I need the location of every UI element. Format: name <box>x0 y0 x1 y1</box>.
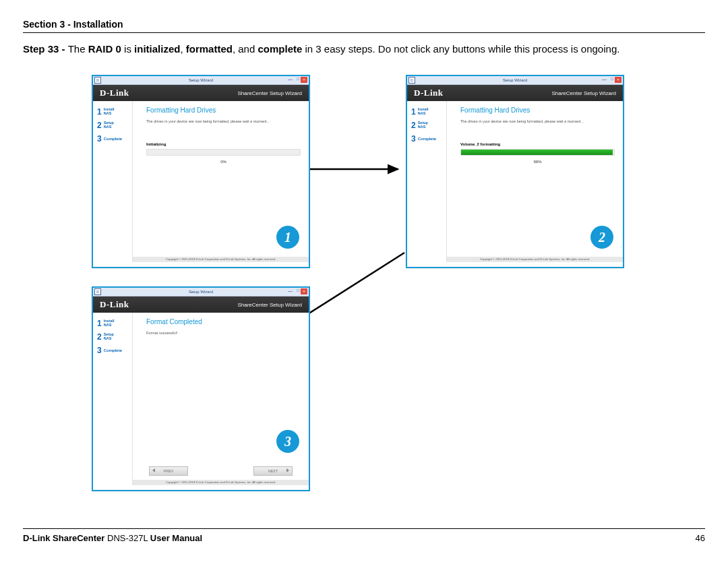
step-bold-4: complete <box>257 43 302 55</box>
panel-subtext: The drives in your device are now being … <box>146 119 301 123</box>
progress-fill <box>461 150 613 155</box>
step-badge: 1 <box>276 226 299 249</box>
dlink-logo: D-Link <box>414 88 443 98</box>
prev-label: PREV <box>164 469 174 473</box>
header-rule <box>23 32 705 33</box>
arrow-right-icon <box>286 468 289 472</box>
step-bold-2: initialized <box>134 43 180 55</box>
step-text-4: , and <box>233 43 258 55</box>
wizard-footer-copyright: Copyright © 2011-2013 D-Link Corporation… <box>447 257 623 262</box>
sidebar-step-2: 2SetupNAS <box>93 330 132 344</box>
footer-rule <box>23 528 705 529</box>
step-num: 1 <box>97 107 102 117</box>
step-label-line1: Complete <box>104 348 122 352</box>
progress-percent: 0% <box>146 160 301 164</box>
sidebar-step-2: 2SetupNAS <box>93 119 132 132</box>
close-icon[interactable]: × <box>301 288 307 294</box>
close-icon[interactable]: × <box>615 77 621 83</box>
step-prefix: Step 33 - <box>23 43 68 55</box>
step-label-line1: Complete <box>104 137 122 141</box>
dlink-logo: D-Link <box>100 88 129 98</box>
brand-bar: D-Link ShareCenter Setup Wizard <box>407 85 623 101</box>
arrow-left-icon <box>152 468 155 472</box>
wizard-title: ShareCenter Setup Wizard <box>237 90 302 96</box>
next-label: NEXT <box>268 469 278 473</box>
step-badge: 2 <box>590 226 613 249</box>
step-num: 1 <box>411 107 416 117</box>
step-label-line2: NAS <box>418 125 428 129</box>
next-button[interactable]: NEXT <box>253 466 293 476</box>
step-num: 3 <box>411 134 416 144</box>
wizard-screenshot-3: D Setup Wizard — □ × D-Link ShareCenter … <box>92 286 310 491</box>
step-instruction: Step 33 - The RAID 0 is initialized, for… <box>23 42 705 56</box>
wizard-title: ShareCenter Setup Wizard <box>237 302 302 308</box>
wizard-footer-copyright: Copyright © 2011-2013 D-Link Corporation… <box>133 257 309 262</box>
step-label-line2: NAS <box>104 125 114 129</box>
progress-percent: 99% <box>460 160 615 164</box>
step-num: 1 <box>97 319 102 328</box>
wizard-footer-copyright: Copyright © 2011-2013 D-Link Corporation… <box>133 480 309 485</box>
step-label-line1: Complete <box>418 137 436 141</box>
maximize-icon[interactable]: □ <box>297 288 299 292</box>
wizard-steps-sidebar: 1InstallNAS 2SetupNAS 3Complete <box>407 101 447 262</box>
wizard-steps-sidebar: 1InstallNAS 2SetupNAS 3Complete <box>93 101 133 262</box>
close-icon[interactable]: × <box>301 77 307 83</box>
step-text-3: , <box>180 43 185 55</box>
window-titlebar: D Setup Wizard — □ × <box>93 76 309 85</box>
status-label: Initializing <box>146 142 301 146</box>
sidebar-step-3: 3Complete <box>93 132 132 146</box>
dlink-logo: D-Link <box>100 299 129 310</box>
step-text-2: is <box>121 43 134 55</box>
footer-product: D-Link ShareCenter DNS-327L User Manual <box>23 533 202 543</box>
footer-product-bold1: D-Link ShareCenter <box>23 533 104 543</box>
sidebar-step-3: 3Complete <box>407 132 446 146</box>
status-label: Volume_2 formatting <box>460 142 615 146</box>
brand-bar: D-Link ShareCenter Setup Wizard <box>93 296 309 313</box>
wizard-panel: Formatting Hard Drives The drives in you… <box>447 101 623 262</box>
wizard-panel: Format Completed Format successful! 3 PR… <box>133 313 309 485</box>
step-label-line2: NAS <box>418 112 429 116</box>
titlebar-text: Setup Wizard <box>407 76 623 84</box>
step-bold-3: formatted <box>186 43 233 55</box>
step-num: 2 <box>97 332 102 342</box>
minimize-icon[interactable]: — <box>602 77 607 82</box>
step-num: 2 <box>411 121 416 130</box>
sidebar-step-3: 3Complete <box>93 344 132 357</box>
footer-product-rest: DNS-327L <box>104 533 150 543</box>
sidebar-step-2: 2SetupNAS <box>407 119 446 132</box>
arrow-1-to-2 <box>309 162 404 176</box>
sidebar-step-1: 1InstallNAS <box>407 105 446 119</box>
wizard-title: ShareCenter Setup Wizard <box>551 90 616 96</box>
maximize-icon[interactable]: □ <box>297 77 299 81</box>
titlebar-text: Setup Wizard <box>93 76 309 84</box>
footer-product-bold2: User Manual <box>150 533 202 543</box>
wizard-steps-sidebar: 1InstallNAS 2SetupNAS 3Complete <box>93 313 133 485</box>
step-label-line2: NAS <box>104 323 115 327</box>
panel-title: Format Completed <box>146 318 301 325</box>
window-titlebar: D Setup Wizard — □ × <box>407 76 623 85</box>
prev-button[interactable]: PREV <box>149 466 188 476</box>
maximize-icon[interactable]: □ <box>611 77 613 81</box>
nav-row: PREV NEXT <box>133 466 309 476</box>
panel-title: Formatting Hard Drives <box>460 106 615 114</box>
step-text-5: in 3 easy steps. Do not click any button… <box>302 43 619 55</box>
minimize-icon[interactable]: — <box>288 288 293 293</box>
page-number: 46 <box>696 533 705 543</box>
step-num: 3 <box>97 346 102 355</box>
step-label-line2: NAS <box>104 337 114 341</box>
window-titlebar: D Setup Wizard — □ × <box>93 288 309 296</box>
minimize-icon[interactable]: — <box>288 77 293 82</box>
brand-bar: D-Link ShareCenter Setup Wizard <box>93 85 309 101</box>
step-num: 3 <box>97 134 102 144</box>
step-text-1: The <box>68 43 88 55</box>
wizard-panel: Formatting Hard Drives The drives in you… <box>133 101 309 262</box>
progress-bar <box>460 149 615 156</box>
wizard-screenshot-2: D Setup Wizard — □ × D-Link ShareCenter … <box>406 75 624 268</box>
section-header: Section 3 - Installation <box>23 19 705 30</box>
step-num: 2 <box>97 121 102 130</box>
panel-title: Formatting Hard Drives <box>146 106 301 114</box>
page-footer: D-Link ShareCenter DNS-327L User Manual … <box>23 527 705 543</box>
wizard-screenshot-1: D Setup Wizard — □ × D-Link ShareCenter … <box>92 75 310 268</box>
panel-subtext: Format successful! <box>146 331 301 335</box>
progress-bar <box>146 149 301 156</box>
